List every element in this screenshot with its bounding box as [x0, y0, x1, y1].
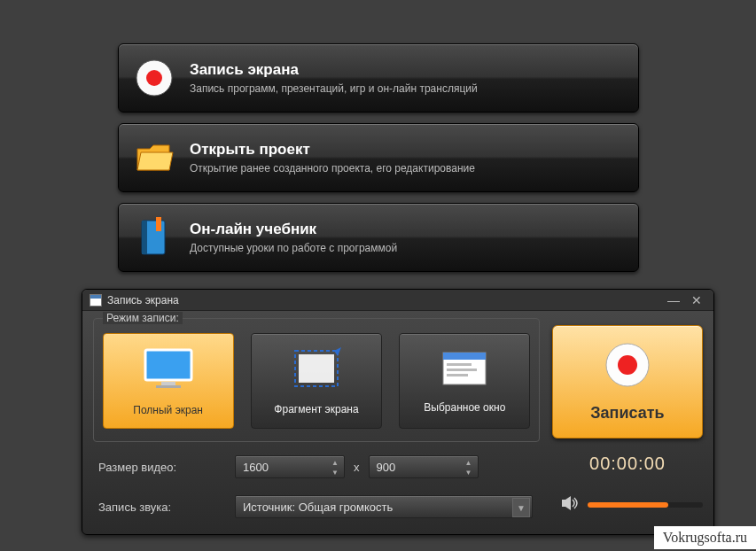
- svg-rect-15: [447, 374, 468, 376]
- minimize-button[interactable]: —: [664, 294, 683, 307]
- svg-rect-13: [447, 363, 472, 366]
- svg-rect-7: [161, 382, 175, 385]
- mode-group-label: Режим записи:: [103, 312, 183, 324]
- spin-down-icon[interactable]: ▼: [462, 468, 476, 477]
- video-size-row: Размер видео: 1600 ▲▼ x 900 ▲▼: [93, 454, 540, 480]
- book-icon: [131, 214, 177, 260]
- menu-title: Он-лайн учебник: [190, 221, 638, 238]
- width-input[interactable]: 1600 ▲▼: [235, 455, 345, 478]
- svg-rect-12: [443, 353, 486, 360]
- timer: 00:00:00: [552, 454, 703, 474]
- mode-group: Режим записи: Полный экран Фрагмент экра…: [93, 318, 540, 442]
- svg-rect-8: [156, 385, 181, 388]
- close-button[interactable]: ✕: [687, 294, 706, 307]
- menu-open-project[interactable]: Открыть проект Открытие ранее созданного…: [118, 123, 639, 192]
- menu-desc: Доступные уроки по работе с программой: [190, 242, 638, 254]
- monitor-icon: [140, 346, 197, 393]
- chevron-down-icon[interactable]: ▼: [512, 498, 530, 517]
- spin-up-icon[interactable]: ▲: [462, 458, 476, 468]
- x-label: x: [354, 461, 360, 474]
- menu-desc: Запись программ, презентаций, игр и он-л…: [190, 82, 638, 95]
- menu-title: Открыть проект: [190, 141, 638, 159]
- svg-point-17: [618, 355, 637, 375]
- mode-fullscreen[interactable]: Полный экран: [103, 333, 234, 429]
- svg-point-1: [146, 70, 162, 86]
- menu-record-screen[interactable]: Запись экрана Запись программ, презентац…: [118, 43, 639, 113]
- recorder-panel: Запись экрана — ✕ Режим записи: Полный э…: [82, 289, 714, 535]
- audio-row: Запись звука: Источник: Общая громкость …: [93, 493, 540, 520]
- menu-online-tutorial[interactable]: Он-лайн учебник Доступные уроки по работ…: [118, 203, 639, 272]
- watermark: Vokrugsofta.ru: [654, 526, 756, 549]
- mode-fragment[interactable]: Фрагмент экрана: [251, 333, 382, 429]
- record-icon: [131, 55, 177, 101]
- window-icon: [440, 349, 489, 391]
- selection-icon: [292, 347, 341, 392]
- audio-source-select[interactable]: Источник: Общая громкость ▼: [235, 495, 533, 518]
- svg-rect-5: [145, 350, 191, 380]
- volume-slider[interactable]: [588, 502, 703, 508]
- spin-up-icon[interactable]: ▲: [328, 458, 342, 468]
- svg-rect-3: [142, 221, 147, 254]
- svg-rect-9: [299, 354, 334, 383]
- panel-title: Запись экрана: [107, 294, 179, 307]
- height-input[interactable]: 900 ▲▼: [369, 455, 479, 478]
- spin-down-icon[interactable]: ▼: [328, 468, 342, 477]
- svg-rect-14: [447, 369, 477, 371]
- menu-title: Запись экрана: [190, 61, 638, 79]
- app-icon: [90, 294, 102, 307]
- mode-window[interactable]: Выбранное окно: [399, 333, 530, 429]
- record-icon: [604, 341, 651, 393]
- panel-titlebar: Запись экрана — ✕: [82, 290, 713, 311]
- folder-icon: [131, 135, 177, 181]
- speaker-icon[interactable]: [561, 495, 579, 514]
- audio-label: Запись звука:: [93, 501, 235, 514]
- menu-desc: Открытие ранее созданного проекта, его р…: [190, 162, 638, 175]
- video-size-label: Размер видео:: [93, 461, 235, 474]
- record-button[interactable]: Записать: [552, 325, 703, 438]
- svg-rect-4: [156, 217, 161, 231]
